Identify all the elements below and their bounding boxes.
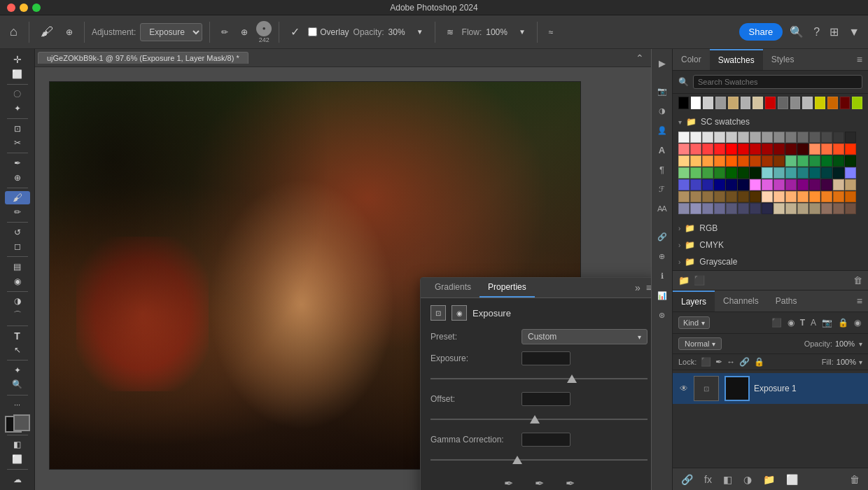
flow-dropdown-btn[interactable]: ▼ [514,25,530,38]
gamma-input[interactable]: 1.00 [522,433,570,447]
sc-swatch-color[interactable] [714,167,725,178]
sc-swatch-color[interactable] [750,144,761,155]
type-tool[interactable]: T [5,330,30,342]
sc-swatch-color[interactable] [714,155,725,167]
crop-tool[interactable]: ⊡ [5,122,30,135]
sc-swatch-color[interactable] [845,155,856,167]
sc-swatch-color[interactable] [726,203,737,214]
shape-tool[interactable]: ✦ [5,364,30,377]
help-button[interactable]: ? [811,23,822,41]
sc-swatch-color[interactable] [750,132,761,143]
sc-swatch-color[interactable] [690,144,701,155]
histogram-btn[interactable]: 📊 [654,287,671,304]
basic-color-swatch[interactable] [752,97,763,109]
layers-filter-type[interactable]: T [799,316,806,329]
check-button[interactable]: ✓ [286,22,304,41]
sc-swatch-color[interactable] [833,132,844,143]
layers-mode-dropdown[interactable]: Normal ▾ [678,337,722,350]
sc-swatch-color[interactable] [797,144,808,155]
gradient-tool[interactable]: ▤ [5,260,30,273]
sc-swatch-color[interactable] [750,203,761,214]
zoom-tool[interactable]: 🔍 [5,378,30,391]
adjustments-button[interactable]: ◑ [654,102,671,119]
sc-swatch-color[interactable] [797,191,808,202]
collapse-canvas-btn[interactable]: ⌃ [631,52,648,64]
sc-swatch-color[interactable] [738,179,749,190]
sc-swatch-color[interactable] [702,203,713,214]
sc-swatch-color[interactable] [690,203,701,214]
brush-tool-button[interactable]: 🖌 [36,22,57,42]
sc-swatch-color[interactable] [809,191,820,202]
lock-icon-all[interactable]: 🔒 [754,357,764,367]
smart-btn[interactable]: Ꜳ [654,200,671,217]
basic-color-swatch[interactable] [703,97,713,109]
style-btn[interactable]: ℱ [654,181,671,197]
sc-swatch-color[interactable] [678,179,690,190]
sc-swatch-color[interactable] [678,144,690,155]
overlay-toggle[interactable]: Overlay [308,27,349,37]
opacity-dropdown-btn[interactable]: ▼ [412,25,428,38]
fx-btn[interactable]: fx [701,472,715,486]
basic-color-swatch[interactable] [778,97,788,109]
sc-swatch-color[interactable] [678,203,690,214]
sc-swatch-color[interactable] [690,179,701,190]
paragraph-tool[interactable]: ¶ [654,161,671,178]
sc-swatch-color[interactable] [774,155,785,167]
layers-filter-lock[interactable]: 🔒 [836,316,850,329]
more-tools[interactable]: ··· [5,398,30,411]
sc-swatch-color[interactable] [714,203,725,214]
sc-swatch-color[interactable] [809,179,820,190]
sc-swatch-color[interactable] [797,203,808,214]
sc-swatch-color[interactable] [774,144,785,155]
tab-swatches[interactable]: Swatches [710,49,763,70]
sc-swatch-color[interactable] [833,155,844,167]
cmyk-group[interactable]: › 📁 CMYK [673,237,868,253]
sc-swatch-color[interactable] [833,203,844,214]
basic-color-swatch[interactable] [691,97,701,109]
sc-swatch-color[interactable] [845,132,856,143]
new-btn[interactable]: ⊕ [654,248,671,265]
sc-swatch-color[interactable] [809,132,820,143]
sc-swatch-color[interactable] [845,179,856,190]
sc-swatch-color[interactable] [726,191,737,202]
search-button[interactable]: 🔍 [787,22,806,41]
sc-swatch-color[interactable] [785,179,797,190]
sc-swatch-color[interactable] [797,179,808,190]
sc-swatch-color[interactable] [809,203,820,214]
basic-color-swatch[interactable] [678,97,689,109]
sc-swatch-color[interactable] [690,167,701,178]
sc-swatch-color[interactable] [774,191,785,202]
expand-icon[interactable]: » [635,282,640,293]
sc-swatch-color[interactable] [702,155,713,167]
swatches-search-input[interactable] [693,75,862,89]
grayscale-group[interactable]: › 📁 Grayscale [673,253,868,270]
eraser-tool[interactable]: ◻ [5,240,30,253]
arrange-button[interactable]: ⊞ [827,22,841,41]
gamma-slider[interactable] [430,454,648,466]
sc-swatch-color[interactable] [821,203,832,214]
rgb-group[interactable]: › 📁 RGB [673,220,868,237]
overlay-checkbox[interactable] [308,27,317,36]
sc-swatch-color[interactable] [821,132,832,143]
maximize-button[interactable] [32,4,41,12]
sc-swatch-color[interactable] [821,167,832,178]
tab-color[interactable]: Color [673,50,710,69]
layers-filter-smart[interactable]: 📷 [820,316,834,329]
healing-tool[interactable]: ⊕ [5,171,30,183]
new-group-btn[interactable]: 📁 [678,275,690,286]
sc-swatch-color[interactable] [833,144,844,155]
magic-wand-tool[interactable]: ✦ [5,102,30,115]
layer-item-exposure1[interactable]: 👁 ⊡ Exposure 1 [673,373,868,404]
screen-mode-button[interactable]: ⬜ [5,453,30,465]
sc-swatch-color[interactable] [678,191,690,202]
sc-swatch-color[interactable] [762,167,773,178]
share-button[interactable]: Share [739,23,783,41]
path-selection-tool[interactable]: ↖ [5,344,30,356]
sc-swatch-color[interactable] [726,155,737,167]
canvas-tab[interactable]: ujGeZOKbB9k-1 @ 97.6% (Exposure 1, Layer… [38,52,248,64]
sc-swatch-color[interactable] [833,191,844,202]
quick-mask-button[interactable]: ◧ [5,438,30,451]
sc-swatch-color[interactable] [726,179,737,190]
sc-swatch-color[interactable] [714,144,725,155]
preset-dropdown[interactable]: Custom ▾ [522,329,648,344]
